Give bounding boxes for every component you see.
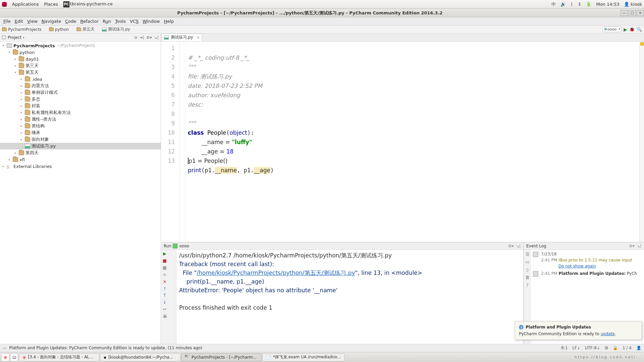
mark-read-icon[interactable]: ▭ xyxy=(525,259,529,264)
tree-node-folder[interactable]: ▸继承 xyxy=(0,129,161,136)
tree-node-folder[interactable]: ▾python xyxy=(0,49,161,56)
code-content[interactable]: # _*_ coding:utf-8 _*_ """ file: 测试练习.py… xyxy=(185,42,639,242)
menu-help[interactable]: Help xyxy=(162,19,176,24)
tree-node-folder[interactable]: ▸封装 xyxy=(0,103,161,109)
do-not-show-again-link[interactable]: Do not show again xyxy=(558,264,596,268)
menu-edit[interactable]: Edit xyxy=(13,19,25,24)
network-icon[interactable]: ↕ xyxy=(578,2,582,7)
tree-node-folder[interactable]: ▸单例设计模式 xyxy=(0,89,161,96)
background-tasks[interactable]: 1 / 4 xyxy=(623,346,632,350)
trash-icon[interactable]: 🗑 xyxy=(525,275,530,280)
up-arrow-icon[interactable]: ↑ xyxy=(163,293,167,298)
help-icon[interactable]: ? xyxy=(164,286,166,291)
taskbar-window-button[interactable]: PCPycharmProjects - [~/Pycharm... xyxy=(181,353,262,361)
stop-icon[interactable]: ■ xyxy=(163,258,167,263)
tree-node-folder[interactable]: ▸.idea xyxy=(0,76,161,82)
menu-tools[interactable]: Tools xyxy=(113,19,128,24)
status-tool-icon[interactable]: ▭ xyxy=(3,346,6,350)
applications-menu[interactable]: Applications xyxy=(12,2,39,7)
breadcrumb-root[interactable]: PycharmProjects xyxy=(7,27,43,32)
tree-node-folder[interactable]: ▸属性--类方法 xyxy=(0,116,161,123)
breadcrumb-item[interactable]: python xyxy=(54,27,70,32)
tree-node-external-libs[interactable]: ▸External Libraries xyxy=(0,163,161,170)
chevron-down-icon[interactable]: ▾ xyxy=(23,36,24,39)
traceback-file-link[interactable]: /home/kiosk/PycharmProjects/python/第五天/测… xyxy=(197,269,355,276)
hide-panel-icon[interactable]: ↘| xyxy=(154,35,159,40)
files-launcher[interactable]: 🗂 xyxy=(10,353,18,361)
fold-column[interactable] xyxy=(180,42,185,242)
tree-node-folder[interactable]: ▾第五天 xyxy=(0,69,161,76)
maximize-button[interactable]: □ xyxy=(629,10,636,16)
caret-position[interactable]: 8:1 xyxy=(561,346,568,350)
tree-node-folder[interactable]: ▸内置方法 xyxy=(0,82,161,89)
warning-marker[interactable] xyxy=(640,42,644,46)
taskbar-window-button[interactable]: ◉[3.4 - 面向对象 - 总结练习题 - AL... xyxy=(19,353,99,361)
tree-node-folder[interactable]: ▸多态 xyxy=(0,96,161,103)
bluetooth-icon[interactable]: ᛒ xyxy=(571,2,573,7)
run-console[interactable]: /usr/bin/python2.7 /home/kiosk/PycharmPr… xyxy=(176,250,523,344)
lock-icon[interactable]: 🔒 xyxy=(613,346,618,350)
menu-file[interactable]: File xyxy=(1,19,13,24)
places-menu[interactable]: Places xyxy=(44,2,58,7)
exit-icon[interactable]: ⎋ xyxy=(163,272,166,277)
taskbar-window-button[interactable]: 📄*薛飞龙.exam (/A /run/media/kio... xyxy=(262,353,344,361)
menu-window[interactable]: Window xyxy=(141,19,162,24)
breadcrumb-item[interactable]: 测试练习.py xyxy=(107,26,132,32)
tree-node-folder[interactable]: ▸面向对象 xyxy=(0,136,161,143)
update-notification-popup[interactable]: iPlatform and Plugin Updates PyCharm Com… xyxy=(515,321,642,340)
scroll-to-source-icon[interactable]: ➜| xyxy=(140,35,144,40)
breadcrumb-item[interactable]: 第五天 xyxy=(81,26,96,32)
memory-indicator-icon[interactable]: 👤 xyxy=(636,346,641,350)
close-tab-icon[interactable]: × xyxy=(197,35,200,40)
menu-refactor[interactable]: Refactor xyxy=(78,19,101,24)
minimize-button[interactable]: — xyxy=(621,10,628,16)
update-link[interactable]: update xyxy=(601,331,615,336)
menu-navigate[interactable]: Navigate xyxy=(40,19,63,24)
menu-code[interactable]: Code xyxy=(63,19,78,24)
input-method-icon[interactable]: 中 xyxy=(551,1,556,7)
run-button-icon[interactable]: ▶ xyxy=(624,27,627,32)
tree-node-folder[interactable]: ▸私有属性和私有方法 xyxy=(0,109,161,116)
settings-icon[interactable]: ☰ xyxy=(526,252,530,257)
line-separator[interactable]: LF⇣ xyxy=(572,346,580,350)
tree-node-file-selected[interactable]: 测试练习.py xyxy=(0,143,161,149)
expand-icon[interactable]: ▯ xyxy=(526,267,529,272)
error-stripe[interactable] xyxy=(639,42,644,242)
help-icon[interactable]: ? xyxy=(526,283,529,288)
running-app-indicator[interactable]: PCtbrains-pycharm-ce xyxy=(63,1,113,7)
gear-icon[interactable]: ⚙▾ xyxy=(146,35,152,40)
tree-node-folder[interactable]: ▸类结构 xyxy=(0,123,161,129)
battery-icon[interactable]: 🔋 xyxy=(586,2,591,7)
soft-wrap-icon[interactable]: ↩ xyxy=(163,307,167,312)
tree-node-project-root[interactable]: ▾PycharmProjects~/PycharmProjects xyxy=(0,42,161,49)
gear-icon[interactable]: ⚙▾ xyxy=(508,244,514,248)
rerun-icon[interactable]: ▶ xyxy=(163,251,166,256)
run-config-name[interactable]: ᴏᴏᴏᴏ xyxy=(179,244,189,248)
close-button[interactable]: ✕ xyxy=(637,10,644,16)
project-header-label[interactable]: Project xyxy=(8,35,21,40)
dump-threads-icon[interactable]: ▦ xyxy=(163,265,167,270)
gear-icon[interactable]: ⚙▾ xyxy=(629,244,635,248)
tree-node-folder[interactable]: ▸day01 xyxy=(0,56,161,62)
taskbar-window-button[interactable]: ▪[kiosk@foundation84:~/Pycha... xyxy=(100,353,180,361)
search-everywhere-icon[interactable]: 🔍 xyxy=(637,27,642,32)
collapse-all-icon[interactable]: ⊖ xyxy=(134,35,138,40)
down-arrow-icon[interactable]: ↓ xyxy=(163,300,167,305)
code-editor[interactable]: 12345678910111213 # _*_ coding:utf-8 _*_… xyxy=(161,42,644,242)
run-config-dropdown[interactable]: ᴏᴏᴏᴏ xyxy=(602,26,622,32)
tree-node-folder[interactable]: ▸xfl xyxy=(0,156,161,163)
menu-run[interactable]: Run xyxy=(101,19,113,24)
print-icon[interactable]: 🖶 xyxy=(163,314,167,319)
editor-tab[interactable]: 测试练习.py × xyxy=(162,34,202,41)
menu-view[interactable]: View xyxy=(25,19,40,24)
project-tree[interactable]: ▾PycharmProjects~/PycharmProjects ▾pytho… xyxy=(0,42,161,344)
debug-button-icon[interactable]: 🐞 xyxy=(629,27,635,32)
close-icon[interactable]: ✕ xyxy=(163,279,167,284)
firefox-launcher[interactable]: ◉ xyxy=(1,353,9,361)
tree-node-folder[interactable]: ▸第四天 xyxy=(0,149,161,156)
tree-node-folder[interactable]: ▸第三天 xyxy=(0,62,161,69)
volume-icon[interactable]: 🔊 xyxy=(560,2,566,7)
context-menu-icon[interactable]: ⊞ xyxy=(605,346,608,350)
user-menu[interactable]: 👤 kiosk xyxy=(624,2,642,7)
menu-vcs[interactable]: VCS xyxy=(128,19,141,24)
